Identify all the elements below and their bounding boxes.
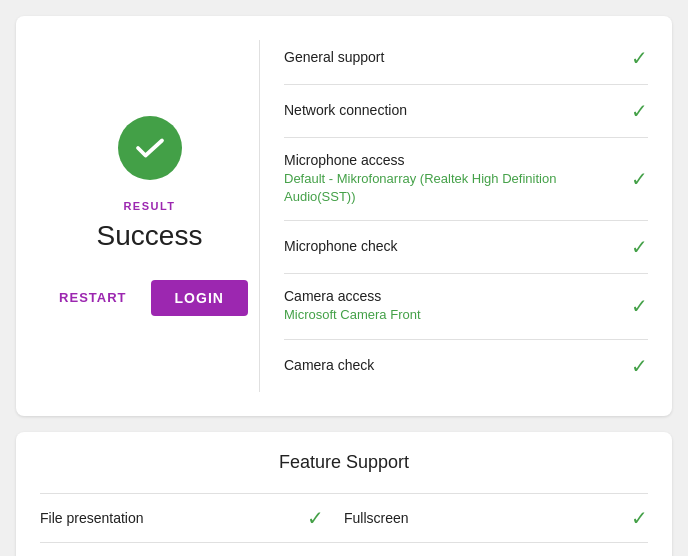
check-item-general-support: General support ✓ [284, 40, 648, 85]
right-panel: General support ✓ Network connection ✓ M… [284, 40, 648, 392]
check-label: Camera access [284, 288, 421, 304]
success-status: Success [97, 220, 203, 252]
check-passed-icon: ✓ [631, 99, 648, 123]
restart-button[interactable]: RESTART [51, 286, 134, 309]
feature-label: File presentation [40, 510, 299, 526]
check-passed-icon: ✓ [631, 235, 648, 259]
login-button[interactable]: LOGIN [151, 280, 248, 316]
check-item-network-connection: Network connection ✓ [284, 85, 648, 138]
feature-item-fullscreen: Fullscreen ✓ [344, 493, 648, 542]
check-label: Microphone check [284, 238, 398, 254]
feature-item-file-presentation: File presentation ✓ [40, 493, 344, 542]
check-label: Microphone access [284, 152, 619, 168]
feature-check-icon: ✓ [631, 506, 648, 530]
left-panel: RESULT Success RESTART LOGIN [40, 40, 260, 392]
check-passed-icon: ✓ [631, 294, 648, 318]
feature-item-screen-sharing: Screen sharing ✓ [40, 542, 344, 556]
check-item-camera-access: Camera access Microsoft Camera Front ✓ [284, 274, 648, 339]
action-buttons: RESTART LOGIN [51, 280, 248, 316]
main-card: RESULT Success RESTART LOGIN General sup… [16, 16, 672, 416]
check-label: Camera check [284, 357, 374, 373]
feature-check-icon: ✓ [307, 506, 324, 530]
result-label: RESULT [123, 200, 175, 212]
feature-grid: File presentation ✓ Fullscreen ✓ Screen … [40, 493, 648, 556]
check-label: General support [284, 49, 384, 65]
check-passed-icon: ✓ [631, 167, 648, 191]
feature-label: Fullscreen [344, 510, 623, 526]
feature-support-title: Feature Support [40, 452, 648, 473]
check-item-camera-check: Camera check ✓ [284, 340, 648, 392]
check-passed-icon: ✓ [631, 354, 648, 378]
feature-item-picture-in-picture: Picture-in-picture ✓ [344, 542, 648, 556]
check-sublabel: Default - Mikrofonarray (Realtek High De… [284, 170, 619, 206]
feature-support-card: Feature Support File presentation ✓ Full… [16, 432, 672, 556]
check-label: Network connection [284, 102, 407, 118]
check-item-microphone-access: Microphone access Default - Mikrofonarra… [284, 138, 648, 221]
check-sublabel: Microsoft Camera Front [284, 306, 421, 324]
check-passed-icon: ✓ [631, 46, 648, 70]
check-item-microphone-check: Microphone check ✓ [284, 221, 648, 274]
success-circle-icon [118, 116, 182, 180]
